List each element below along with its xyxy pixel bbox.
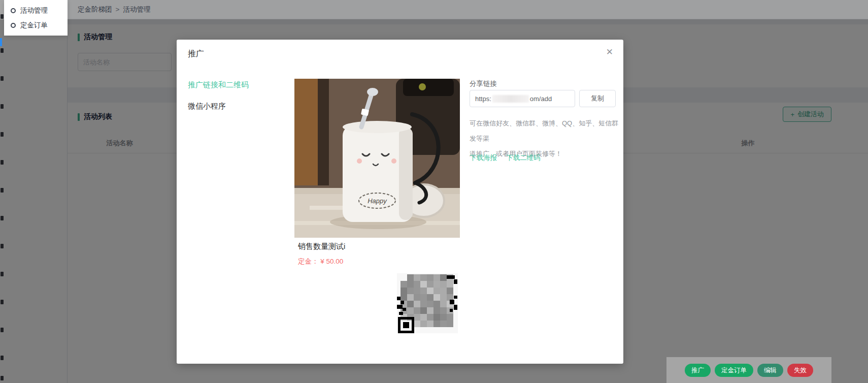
radio-icon — [11, 23, 16, 28]
share-link-end: om/add — [530, 95, 552, 103]
modal-title: 推广 — [188, 49, 204, 59]
copy-button[interactable]: 复制 — [579, 90, 616, 107]
share-link-label: 分享链接 — [470, 79, 497, 88]
highlighted-row-actions: 推广定金订单编辑失效 — [666, 357, 831, 383]
product-name: 销售数量测试i — [298, 242, 345, 251]
close-icon[interactable]: ✕ — [606, 47, 613, 57]
mug-text: Happy — [368, 197, 387, 205]
price-label: 定金： — [298, 258, 319, 265]
share-link-input[interactable]: https: om/add — [470, 90, 575, 107]
popup-menu-item-deposit-orders[interactable]: 定金订单 — [4, 18, 68, 33]
sidebar-popup-menu: 活动管理定金订单 — [4, 0, 68, 36]
edit-button[interactable]: 编辑 — [757, 364, 783, 377]
share-link-start: https: — [475, 95, 491, 103]
promotion-modal: 推广 ✕ 推广链接和二维码 微信小程序 — [177, 40, 623, 364]
orders-button[interactable]: 定金订单 — [715, 364, 753, 377]
download-qr-link[interactable]: 下载二维码 — [506, 153, 541, 163]
download-poster-link[interactable]: 下载海报 — [470, 153, 497, 163]
tab-promo-link-qr[interactable]: 推广链接和二维码 — [188, 80, 249, 90]
qr-code — [397, 273, 458, 333]
price-value: ¥ 50.00 — [320, 258, 343, 265]
popup-menu-item-activities[interactable]: 活动管理 — [4, 3, 68, 18]
radio-icon — [11, 8, 16, 13]
promote-button[interactable]: 推广 — [685, 364, 711, 377]
popup-menu-item-label: 定金订单 — [20, 21, 48, 30]
popup-menu-item-label: 活动管理 — [20, 6, 48, 15]
product-price: 定金： ¥ 50.00 — [298, 257, 343, 266]
censored-link-segment — [492, 95, 529, 103]
tab-wechat-miniprogram[interactable]: 微信小程序 — [188, 102, 226, 111]
product-photo: Happy — [294, 79, 460, 238]
clipped-blue-marker — [0, 38, 2, 46]
invalidate-button[interactable]: 失效 — [787, 364, 813, 377]
